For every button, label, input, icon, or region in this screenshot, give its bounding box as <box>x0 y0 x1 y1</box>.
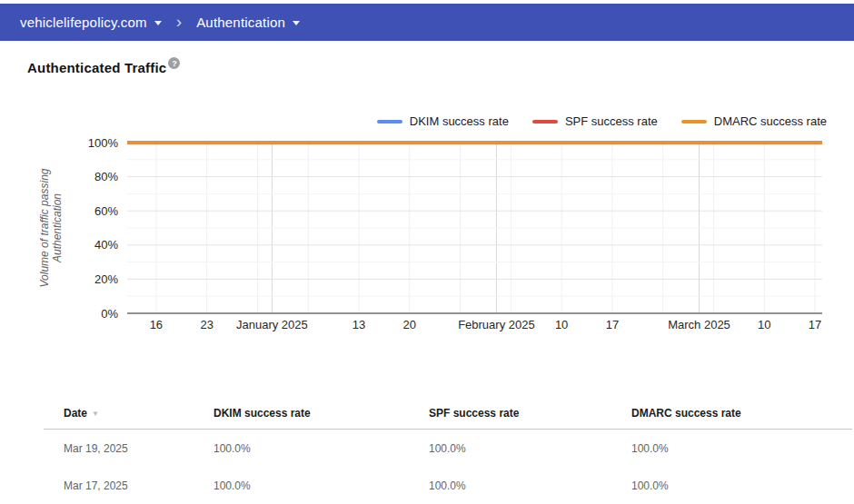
x-tick-label: January 2025 <box>236 318 308 331</box>
legend-label: SPF success rate <box>565 114 658 128</box>
legend-item: DMARC success rate <box>681 114 827 128</box>
date-cell: Mar 17, 2025 <box>44 467 214 504</box>
y-tick-label: 0% <box>101 307 118 321</box>
column-header-dmarc: DMARC success rate <box>631 397 852 430</box>
y-tick-label: 60% <box>94 204 118 218</box>
value-cell: 100.0% <box>631 467 852 504</box>
y-tick-label: 40% <box>94 238 118 252</box>
legend-item: DKIM success rate <box>377 114 509 128</box>
x-tick-label: 23 <box>200 318 213 331</box>
domain-selector[interactable]: vehiclelifepolicy.com <box>20 15 162 30</box>
section-label: Authentication <box>196 15 285 30</box>
x-tick-label: 20 <box>403 318 416 331</box>
legend-line-swatch <box>681 120 707 124</box>
value-cell: 100.0% <box>631 430 852 468</box>
x-tick-label: 13 <box>353 318 365 331</box>
x-tick-label: February 2025 <box>458 318 535 331</box>
app-header: vehiclelifepolicy.com › Authentication <box>0 4 854 41</box>
x-tick-label: 16 <box>150 318 163 331</box>
x-tick-label: 17 <box>606 318 619 331</box>
value-cell: 100.0% <box>214 430 429 468</box>
page-title-row: Authenticated Traffic ? <box>27 60 180 75</box>
domain-label: vehiclelifepolicy.com <box>20 15 147 30</box>
chart-legend: DKIM success rateSPF success rateDMARC s… <box>377 114 827 128</box>
date-cell: Mar 19, 2025 <box>44 430 214 468</box>
y-axis-title: Volume of traffic passingAuthentication <box>38 168 64 287</box>
y-axis-title-line: Volume of traffic passing <box>38 168 51 287</box>
legend-line-swatch <box>377 120 402 124</box>
stats-table: Date▼ DKIM success rate SPF success rate… <box>44 397 852 504</box>
table-row: Mar 17, 2025100.0%100.0%100.0% <box>44 467 852 504</box>
column-header-spf: SPF success rate <box>429 397 631 430</box>
x-tick-label: 17 <box>809 318 821 331</box>
x-tick-label: 10 <box>758 318 770 331</box>
legend-item: SPF success rate <box>532 114 658 128</box>
help-icon[interactable]: ? <box>168 57 180 69</box>
section-selector[interactable]: Authentication <box>196 15 300 30</box>
authenticated-traffic-chart: 0%20%40%60%80%100%1623January 20251320Fe… <box>0 132 854 341</box>
x-tick-label: 10 <box>555 318 568 331</box>
h-gridlines <box>127 143 822 296</box>
value-cell: 100.0% <box>429 430 631 468</box>
column-header-label: Date <box>64 407 87 420</box>
y-axis-title-line: Authentication <box>51 193 64 263</box>
page-title: Authenticated Traffic <box>27 60 166 75</box>
chevron-down-icon <box>293 21 300 25</box>
chevron-down-icon <box>154 21 162 25</box>
sort-desc-icon: ▼ <box>92 410 99 418</box>
value-cell: 100.0% <box>214 467 429 504</box>
column-header-date[interactable]: Date▼ <box>44 397 214 430</box>
legend-line-swatch <box>532 120 558 124</box>
y-axis-labels: 0%20%40%60%80%100% <box>88 136 119 321</box>
y-tick-label: 100% <box>88 136 119 150</box>
x-tick-label: March 2025 <box>668 318 730 331</box>
breadcrumb-chevron-icon: › <box>176 13 182 33</box>
value-cell: 100.0% <box>429 467 631 504</box>
table-header-row: Date▼ DKIM success rate SPF success rate… <box>44 397 852 430</box>
column-header-dkim: DKIM success rate <box>214 397 429 430</box>
legend-label: DMARC success rate <box>714 114 827 128</box>
table-row: Mar 19, 2025100.0%100.0%100.0% <box>44 430 852 468</box>
legend-label: DKIM success rate <box>410 114 509 128</box>
y-tick-label: 20% <box>94 272 118 286</box>
y-tick-label: 80% <box>94 170 118 183</box>
x-axis-labels: 1623January 20251320February 20251017Mar… <box>150 318 822 331</box>
